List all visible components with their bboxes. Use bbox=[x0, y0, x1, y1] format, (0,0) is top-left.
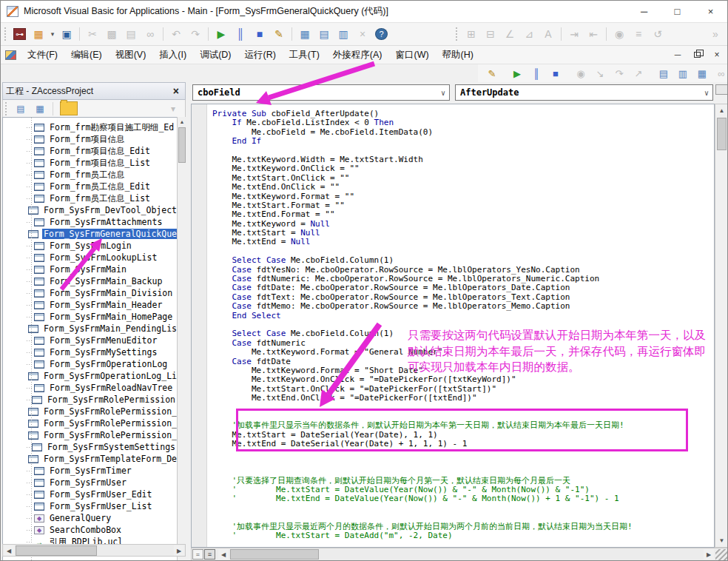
tree-item[interactable]: Form_frm项目信息_List bbox=[3, 157, 177, 169]
tree-item[interactable]: Form_SysFrmUser_Edit bbox=[3, 488, 177, 500]
scroll-thumb[interactable] bbox=[16, 545, 97, 556]
insert-object-dropdown[interactable]: ▾ bbox=[49, 26, 56, 42]
view-object-button[interactable]: ▦ bbox=[31, 101, 49, 115]
project-panel-close-button[interactable]: × bbox=[170, 85, 182, 97]
tree-item[interactable]: Form_frm项目信息 bbox=[3, 133, 177, 145]
tree-item[interactable]: Form_SysFrmMain_HomePage bbox=[3, 311, 177, 323]
tree-item[interactable]: Form_frm员工信息_Edit bbox=[3, 181, 177, 192]
insert-object-button[interactable]: ▦ bbox=[30, 26, 47, 42]
menu-window[interactable]: 窗口(W) bbox=[388, 46, 435, 64]
menu-debug[interactable]: 调试(D) bbox=[193, 46, 237, 64]
code-vertical-scrollbar[interactable]: ▲ ▼ bbox=[715, 104, 728, 548]
view-access-button[interactable]: ⊶ bbox=[13, 28, 26, 40]
procedure-view-button[interactable]: = bbox=[192, 549, 203, 560]
toolbox-button[interactable]: ▥ bbox=[334, 26, 352, 42]
scroll-thumb[interactable] bbox=[230, 549, 319, 560]
scroll-down-icon[interactable]: ▼ bbox=[716, 535, 727, 546]
menu-file[interactable]: 文件(F) bbox=[21, 46, 64, 64]
reset-button[interactable]: ■ bbox=[547, 66, 564, 81]
tree-item[interactable]: Form_SysFrmGeneralQuickQuer bbox=[3, 228, 177, 240]
object-browser-button[interactable]: × bbox=[354, 26, 371, 42]
list-constants-button[interactable]: ⊟ bbox=[482, 26, 499, 42]
tree-item[interactable]: Form_frm项目信息_Edit bbox=[3, 145, 177, 157]
tree-item[interactable]: Form_SysFrmTimer bbox=[3, 465, 177, 477]
tree-item[interactable]: Form_SysFrmMain_Backup bbox=[3, 275, 177, 287]
watch-window-button[interactable]: ▦ bbox=[693, 66, 711, 81]
locals-window-button[interactable]: ▤ bbox=[655, 66, 673, 81]
resize-grip[interactable] bbox=[715, 549, 727, 561]
split-handle[interactable] bbox=[715, 84, 728, 95]
cut-button[interactable]: ✂ bbox=[84, 26, 101, 42]
tree-item[interactable]: Form_SysFrmOperationLog bbox=[3, 358, 177, 370]
tree-item[interactable]: Form_SysFrmRolePermission_M bbox=[3, 417, 177, 429]
scroll-right-icon[interactable]: ▶ bbox=[174, 545, 184, 556]
object-dropdown[interactable]: cboField ∨ bbox=[192, 84, 450, 101]
break-button[interactable]: ║ bbox=[232, 26, 249, 42]
quick-watch-button[interactable]: ∞ bbox=[712, 66, 728, 81]
tree-item[interactable]: Form_SysFrmRolePermission_M bbox=[3, 429, 177, 441]
tree-item[interactable]: Form_SysFrmLogin bbox=[3, 240, 177, 252]
menu-run[interactable]: 运行(R) bbox=[237, 46, 282, 64]
tree-item[interactable]: Form_SysFrmMain_PendingList bbox=[3, 323, 177, 335]
tree-item[interactable]: Form_SysFrmReloadNavTree bbox=[3, 382, 177, 394]
scroll-left-icon[interactable]: ◀ bbox=[218, 549, 229, 560]
toggle-breakpoint-button[interactable]: ◉ bbox=[572, 66, 590, 81]
break-button[interactable]: ║ bbox=[528, 66, 545, 81]
scroll-thumb[interactable] bbox=[717, 118, 727, 150]
tree-horizontal-scrollbar[interactable]: ◀ ▶ bbox=[2, 544, 186, 557]
scroll-up-icon[interactable]: ▲ bbox=[178, 117, 186, 126]
reset-button[interactable]: ■ bbox=[251, 26, 269, 42]
code-editor[interactable]: Private Sub cboField_AfterUpdate() If Me… bbox=[191, 104, 715, 548]
tree-item[interactable]: Form_SysFrmMain_Division bbox=[3, 287, 177, 299]
project-panel-header[interactable]: 工程 - ZAccessProject × bbox=[2, 82, 186, 100]
paste-button[interactable]: ▤ bbox=[122, 26, 140, 42]
tree-item[interactable]: Form_SysFrmRolePermission_A bbox=[3, 406, 177, 417]
toolbar-overflow-button[interactable]: » bbox=[707, 26, 724, 42]
toolbar-grip[interactable] bbox=[4, 102, 8, 115]
close-button[interactable]: × bbox=[694, 1, 727, 22]
complete-word-button[interactable]: A bbox=[539, 26, 557, 42]
quick-info-button[interactable]: ∠ bbox=[501, 26, 519, 42]
step-into-button[interactable]: ↘ bbox=[591, 66, 609, 81]
minimize-button[interactable]: ─ bbox=[627, 1, 661, 22]
run-button[interactable]: ▶ bbox=[212, 26, 230, 42]
menu-help[interactable]: 帮助(H) bbox=[436, 46, 480, 64]
tree-item[interactable]: Form_SysFrmLookupList bbox=[3, 252, 177, 263]
toolbar-grip[interactable] bbox=[455, 27, 459, 41]
tree-item[interactable]: ◆GeneralQuery bbox=[3, 512, 177, 524]
properties-window-button[interactable]: ▤ bbox=[315, 26, 333, 42]
tree-item[interactable]: Form_SysFrmUser_List bbox=[3, 500, 177, 512]
parameter-info-button[interactable]: ⊿ bbox=[520, 26, 538, 42]
outdent-button[interactable]: ⇤ bbox=[584, 26, 602, 42]
full-module-view-button[interactable]: ≡ bbox=[204, 549, 215, 560]
design-mode-button[interactable]: ✎ bbox=[270, 26, 288, 42]
comment-block-button[interactable]: ≡ bbox=[630, 26, 647, 42]
tree-item[interactable]: Form_frm勘察项目施工明细_Ed bbox=[3, 121, 177, 133]
scroll-right-icon[interactable]: ▶ bbox=[704, 549, 714, 560]
child-close-button[interactable]: × bbox=[711, 50, 723, 60]
save-button[interactable]: ▣ bbox=[58, 26, 75, 42]
toggle-breakpoint-button[interactable]: ◉ bbox=[610, 26, 628, 42]
tree-item[interactable]: Form_frm员工信息 bbox=[3, 169, 177, 181]
run-button[interactable]: ▶ bbox=[508, 66, 526, 81]
immediate-window-button[interactable]: ▥ bbox=[674, 66, 692, 81]
tree-item[interactable]: Form_SysFrmAttachments bbox=[3, 216, 177, 228]
project-explorer-button[interactable]: ▦ bbox=[296, 26, 314, 42]
breakpoint-margin[interactable] bbox=[192, 104, 207, 547]
scroll-up-icon[interactable]: ▲ bbox=[716, 105, 727, 116]
list-properties-button[interactable]: ⊞ bbox=[462, 26, 480, 42]
code-horizontal-scrollbar[interactable]: ◀ ▶ bbox=[218, 548, 727, 560]
menu-addins[interactable]: 外接程序(A) bbox=[326, 46, 389, 64]
bookmark-button[interactable]: ↺ bbox=[649, 26, 667, 42]
tree-item[interactable]: Form_SysFrmMenuEditor bbox=[3, 335, 177, 346]
panel-overflow-button[interactable]: ▾ bbox=[164, 101, 182, 115]
find-button[interactable]: ∞ bbox=[141, 26, 159, 42]
tree-item[interactable]: Form_SysFrmRolePermission bbox=[3, 394, 177, 406]
tree-item[interactable]: Form_SysFrm_DevTool_ObjectR bbox=[3, 204, 177, 216]
tree-item[interactable]: ◆SearchComboBox bbox=[3, 524, 177, 536]
menu-insert[interactable]: 插入(I) bbox=[152, 46, 193, 64]
menu-tools[interactable]: 工具(T) bbox=[283, 46, 326, 64]
child-minimize-button[interactable]: ─ bbox=[672, 50, 684, 60]
view-code-button[interactable]: ▤ bbox=[12, 101, 30, 115]
tree-item[interactable]: Form_SysFrmSystemSettings bbox=[3, 441, 177, 453]
